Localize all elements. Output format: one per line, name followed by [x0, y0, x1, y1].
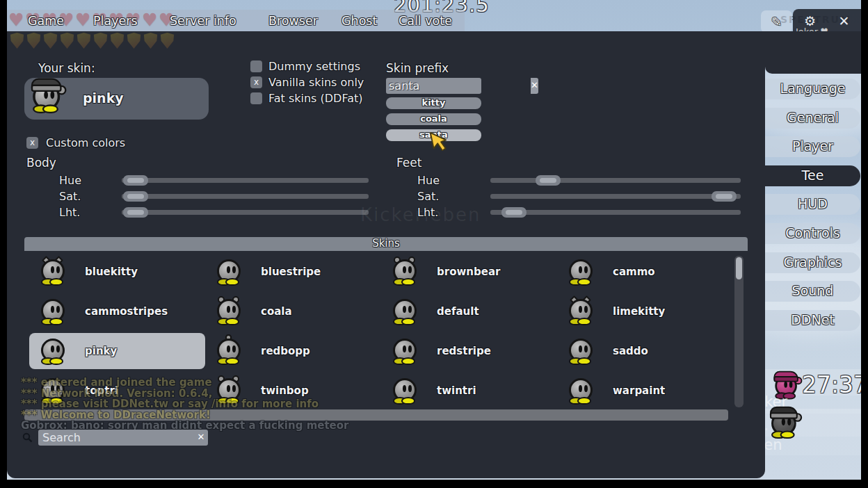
slider-track[interactable] [490, 178, 741, 183]
skin-list-item[interactable]: cammo [557, 254, 733, 290]
checkbox-label: Vanilla skins only [268, 76, 364, 89]
slider-row: Hue [59, 172, 369, 188]
search-row: ✕ [22, 430, 208, 446]
skin-name: bluestripe [261, 266, 321, 278]
skin-tee-icon [39, 336, 70, 366]
settings-tab[interactable]: HUD [765, 194, 860, 215]
shield-icon [60, 33, 74, 49]
slider-row: Sat. [417, 188, 741, 204]
checkbox[interactable] [250, 92, 262, 104]
tee-eye [787, 418, 791, 426]
slider-thumb[interactable] [501, 207, 527, 218]
skin-list-item[interactable]: default [381, 293, 557, 330]
skin-list-item[interactable]: saddo [557, 333, 733, 369]
slider-track[interactable] [122, 210, 369, 215]
menu-item[interactable]: Game [28, 14, 64, 28]
tee-eye [579, 345, 582, 352]
tee-foot [49, 357, 63, 365]
settings-tab[interactable]: General [765, 108, 860, 129]
tee-foot [42, 104, 58, 113]
skin-list-item[interactable]: twintri [381, 373, 557, 409]
tee-eye [579, 385, 582, 392]
tee-eye [44, 91, 48, 99]
screen: 201:23.5 ♥♥♥♥♥♥♥♥♥♥ SPECTRUM Kickerleben… [0, 0, 868, 488]
tee-eye [408, 345, 412, 352]
clear-search-icon[interactable]: ✕ [194, 430, 208, 446]
checkbox-label: Fat skins (DDFat) [268, 92, 362, 105]
skin-list-item[interactable]: bluekitty [29, 254, 205, 290]
settings-tab[interactable]: Graphics [765, 252, 860, 273]
tee-eye [584, 306, 588, 313]
skin-tee-icon [39, 296, 70, 327]
skin-tee-icon [215, 257, 246, 287]
tee-eye [227, 266, 230, 273]
slider-thumb[interactable] [123, 207, 148, 218]
menu-item[interactable]: Server info [170, 14, 236, 28]
settings-tab[interactable]: Controls [765, 223, 860, 244]
editor-button[interactable]: ✎ [761, 10, 792, 33]
santa-hat [31, 78, 62, 90]
skin-list-item[interactable]: bluestripe [205, 254, 381, 290]
skin-list-item[interactable]: redbopp [205, 333, 381, 369]
skin-list-item[interactable]: redstripe [381, 333, 557, 369]
slider-thumb[interactable] [536, 175, 561, 186]
skin-list-item[interactable]: limekitty [557, 293, 733, 330]
prefix-option-button[interactable]: coala [386, 113, 481, 125]
skin-list-item[interactable]: cammostripes [29, 293, 205, 330]
settings-tab[interactable]: Player [765, 136, 860, 157]
settings-tab[interactable]: Sound [765, 281, 860, 302]
checkbox[interactable] [250, 60, 262, 72]
settings-tab[interactable]: Language [765, 79, 860, 99]
slider-thumb[interactable] [123, 191, 148, 202]
search-input[interactable] [38, 430, 194, 446]
shield-icon [93, 33, 108, 49]
menu-item[interactable]: Ghost [341, 14, 377, 28]
body-sliders: Hue Sat. Lht. [59, 172, 369, 220]
custom-colors-checkbox[interactable]: x [26, 137, 38, 149]
tee-foot [401, 278, 415, 286]
slider-thumb[interactable] [123, 175, 148, 186]
scoreboard-tee-dark [769, 408, 801, 440]
slider-label: Hue [417, 174, 490, 187]
clear-prefix-icon[interactable]: ✕ [531, 78, 538, 94]
slider-thumb[interactable] [712, 191, 737, 202]
tee-eye [232, 266, 236, 273]
feet-sliders: Hue Sat. Lht. [417, 172, 741, 220]
slider-track[interactable] [122, 194, 369, 199]
slider-row: Lht. [417, 204, 741, 220]
tee-eye [584, 266, 588, 273]
skin-list-item[interactable]: coala [205, 293, 381, 330]
settings-tab[interactable]: DDNet [765, 310, 860, 331]
skin-list-item[interactable]: pinky [29, 333, 205, 369]
checkbox[interactable]: x [250, 76, 262, 88]
close-button[interactable]: ✕ [827, 9, 861, 33]
skins-scrollbar[interactable] [734, 256, 744, 407]
tee-eye [789, 382, 793, 388]
slider-track[interactable] [490, 194, 741, 199]
skin-list-item[interactable]: warpaint [557, 373, 733, 409]
shield-icon [10, 33, 24, 49]
slider-track[interactable] [122, 178, 369, 183]
tee-eye [227, 306, 230, 313]
slider-track[interactable] [490, 210, 741, 215]
tee-foot [577, 357, 591, 365]
menu-item[interactable]: Call vote [399, 14, 452, 28]
skin-prefix-input[interactable] [386, 78, 531, 94]
skin-name: coala [261, 305, 292, 318]
scrollbar-thumb[interactable] [736, 257, 742, 279]
game-viewport: 201:23.5 ♥♥♥♥♥♥♥♥♥♥ SPECTRUM Kickerleben… [7, 0, 861, 480]
tee-eye [408, 385, 412, 392]
tee-eye [403, 345, 406, 352]
tee-eye [232, 345, 236, 352]
tee-eye [51, 266, 54, 273]
tee-eye [56, 345, 60, 352]
prefix-option-button[interactable]: kitty [386, 97, 481, 109]
skins-list-header[interactable]: Skins [24, 237, 748, 251]
shield-icon [127, 33, 141, 49]
menu-item[interactable]: Players [93, 14, 138, 28]
skin-list-item[interactable]: brownbear [381, 254, 557, 290]
tee-eye [403, 306, 406, 313]
skin-checkboxes: Dummy settings x Vanilla skins only Fat … [250, 60, 364, 104]
settings-tab[interactable]: Tee [765, 165, 860, 186]
menu-item[interactable]: Browser [268, 14, 318, 28]
